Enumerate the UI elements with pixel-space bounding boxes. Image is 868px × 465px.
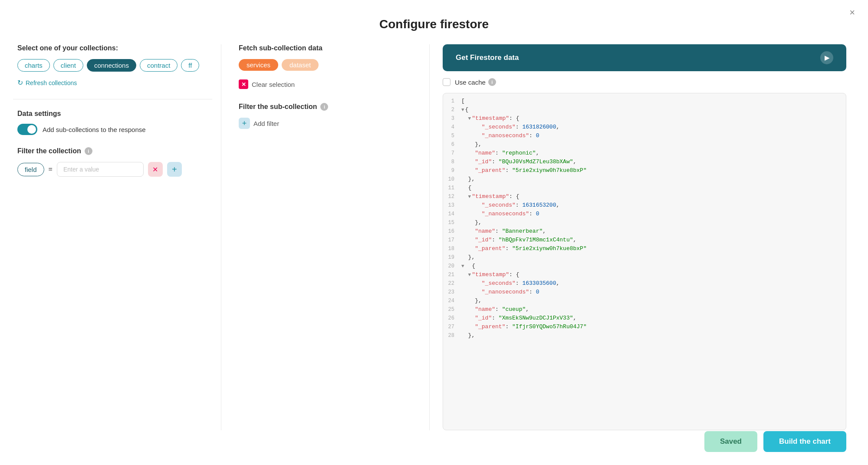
filter-title: Filter the collection	[17, 147, 81, 155]
cache-label: Use cache i	[455, 78, 496, 86]
play-icon: ▶	[820, 51, 833, 64]
build-chart-button[interactable]: Build the chart	[763, 431, 846, 452]
code-line-19: 19 },	[443, 253, 846, 262]
filter-sub-title-row: Filter the sub-collection i	[239, 103, 412, 111]
add-filter-plus-icon: +	[239, 118, 250, 129]
code-editor[interactable]: 1 [ 2 ▼{ 3 ▼"timestamp": { 4 "_seconds":…	[443, 93, 846, 430]
code-line-3: 3 ▼"timestamp": {	[443, 114, 846, 123]
code-line-14: 14 "_nanoseconds": 0	[443, 210, 846, 218]
modal-container: × Configure firestore Select one of your…	[0, 0, 868, 465]
collections-label: Select one of your collections:	[17, 44, 208, 52]
code-line-2: 2 ▼{	[443, 106, 846, 114]
filter-add-button[interactable]: +	[167, 162, 182, 177]
left-panel: Select one of your collections: charts c…	[13, 44, 221, 430]
subcollection-tag-services[interactable]: services	[239, 59, 278, 71]
code-line-21: 21 ▼"timestamp": {	[443, 270, 846, 279]
code-line-22: 22 "_seconds": 1633035600,	[443, 279, 846, 288]
toggle-label: Add sub-collections to the response	[43, 126, 146, 133]
code-line-13: 13 "_seconds": 1631653200,	[443, 201, 846, 210]
refresh-icon: ↻	[17, 79, 23, 87]
modal-title: Configure firestore	[0, 0, 868, 44]
filter-value-input[interactable]	[57, 162, 144, 177]
cache-row: Use cache i	[443, 78, 846, 86]
code-line-20: 20 ▼ {	[443, 262, 846, 270]
refresh-collections-link[interactable]: ↻ Refresh collections	[17, 79, 208, 87]
clear-x-icon: ✕	[239, 79, 248, 89]
collection-tag-client[interactable]: client	[53, 59, 83, 72]
collection-tag-contract[interactable]: contract	[140, 59, 178, 72]
collections-row: charts client connections contract ff	[17, 59, 208, 72]
modal-body: Select one of your collections: charts c…	[0, 44, 868, 465]
code-line-23: 23 "_nanoseconds": 0	[443, 288, 846, 297]
code-line-26: 26 "_id": "XmsEkSNw9uzDCJ1PxV33",	[443, 314, 846, 323]
code-line-27: 27 "_parent": "IfjrS0YQDwo57hRu04J7"	[443, 323, 846, 331]
filter-sub-info-icon: i	[320, 103, 328, 111]
refresh-label: Refresh collections	[26, 79, 77, 86]
add-filter-button[interactable]: + Add filter	[239, 118, 279, 129]
add-filter-label: Add filter	[253, 120, 279, 127]
divider	[13, 99, 212, 99]
code-line-28: 28 },	[443, 331, 846, 340]
filter-info-icon: i	[85, 147, 92, 155]
code-line-9: 9 "_parent": "5rie2xiynw0h7kue8bxP"	[443, 166, 846, 175]
get-firestore-data-button[interactable]: Get Firestore data ▶	[443, 44, 846, 71]
fetch-title: Fetch sub-collection data	[239, 44, 412, 52]
code-line-12: 12 ▼"timestamp": {	[443, 192, 846, 201]
code-line-15: 15 },	[443, 218, 846, 227]
code-line-10: 10 },	[443, 175, 846, 184]
code-line-16: 16 "name": "Bannerbear",	[443, 227, 846, 236]
collection-tag-charts[interactable]: charts	[17, 59, 50, 72]
clear-label: Clear selection	[252, 81, 295, 88]
collection-tag-connections[interactable]: connections	[87, 59, 136, 72]
code-line-4: 4 "_seconds": 1631826000,	[443, 123, 846, 132]
filter-remove-button[interactable]: ✕	[148, 162, 163, 177]
code-line-17: 17 "_id": "hBQpFkv71M8mc1xC4ntu",	[443, 236, 846, 244]
filter-field-tag[interactable]: field	[17, 163, 44, 176]
filter-sub-title: Filter the sub-collection	[239, 103, 317, 111]
use-cache-checkbox[interactable]	[443, 78, 450, 86]
subcollection-tags: services dataset	[239, 59, 412, 71]
code-line-1: 1 [	[443, 97, 846, 106]
data-settings-title: Data settings	[17, 110, 208, 118]
middle-panel: Fetch sub-collection data services datas…	[221, 44, 430, 430]
saved-button[interactable]: Saved	[704, 431, 757, 452]
subcollection-tag-dataset[interactable]: dataset	[282, 59, 319, 71]
code-line-8: 8 "_id": "BQuJ0VsMdZ7Leu38bXAw",	[443, 158, 846, 166]
collection-tag-ff[interactable]: ff	[181, 59, 199, 72]
clear-selection-button[interactable]: ✕ Clear selection	[239, 79, 295, 89]
code-line-11: 11 {	[443, 184, 846, 192]
code-line-24: 24 },	[443, 297, 846, 305]
filter-eq: =	[49, 165, 53, 173]
close-button[interactable]: ×	[849, 8, 855, 17]
code-line-18: 18 "_parent": "5rie2xiynw0h7kue8bxP"	[443, 244, 846, 253]
toggle-row: Add sub-collections to the response	[17, 124, 208, 135]
cache-info-icon: i	[488, 78, 496, 86]
code-line-5: 5 "_nanoseconds": 0	[443, 132, 846, 140]
add-icon: +	[172, 165, 177, 175]
code-line-6: 6 },	[443, 140, 846, 149]
footer-buttons: Saved Build the chart	[704, 431, 846, 452]
code-line-25: 25 "name": "cueup",	[443, 305, 846, 314]
subcollections-toggle[interactable]	[17, 124, 37, 135]
remove-icon: ✕	[152, 165, 158, 174]
filter-row: field = ✕ +	[17, 162, 208, 177]
code-line-7: 7 "name": "rephonic",	[443, 149, 846, 158]
get-data-label: Get Firestore data	[456, 53, 519, 62]
right-panel: Get Firestore data ▶ Use cache i 1 [ 2 ▼…	[430, 44, 855, 430]
filter-title-row: Filter the collection i	[17, 147, 208, 155]
